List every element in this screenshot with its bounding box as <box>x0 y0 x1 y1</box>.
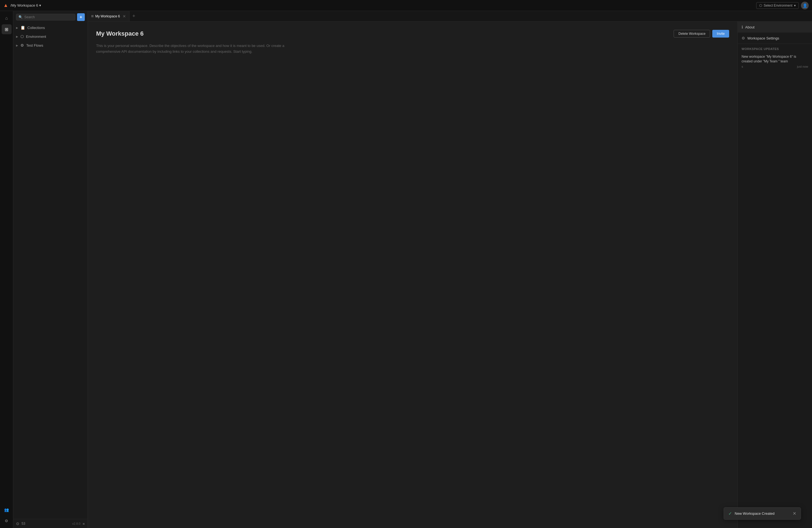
search-input-wrap[interactable]: 🔍 <box>16 14 75 20</box>
workspace-dropdown-icon: ▾ <box>39 3 41 8</box>
top-nav-right: ⬡ Select Environment ▾ 👤 <box>756 2 809 10</box>
tab-workspace[interactable]: ⊞ My Workspace 6 ✕ <box>88 11 130 21</box>
update-time: just now <box>797 65 808 68</box>
right-panel-about[interactable]: ℹ About <box>738 21 812 33</box>
icon-bar-bottom: 👥 ⚙ <box>0 505 13 528</box>
environment-icon: ⬡ <box>20 34 24 39</box>
workspace-updates-header: WORKSPACE UPDATES <box>738 44 812 52</box>
about-icon: ℹ <box>742 25 743 29</box>
icon-bar-team[interactable]: 👥 <box>2 505 12 515</box>
invite-button[interactable]: Invite <box>712 30 729 38</box>
sidebar-item-testflows[interactable]: ▶ ⚙ Test Flows <box>13 41 88 50</box>
tab-workspace-icon: ⊞ <box>91 14 93 18</box>
collections-label: Collections <box>27 26 85 30</box>
main-body: ⌂ ⊞ 👥 ⚙ 🔍 + ▶ 📋 Collections <box>0 11 812 528</box>
search-input[interactable] <box>24 15 73 19</box>
toast: ✓ New Workspace Created ✕ <box>724 507 801 520</box>
workspace-settings-icon: ⚙ <box>742 36 745 40</box>
settings-icon: ⚙ <box>5 518 8 523</box>
about-label: About <box>745 25 755 29</box>
github-count[interactable]: 53 <box>21 522 25 526</box>
workspace-title: My Workspace 6 <box>96 30 144 37</box>
sidebar-bottom: ⊙ 53 v2.8.0 « <box>13 519 88 528</box>
version-label: v2.8.0 <box>72 522 81 525</box>
testflows-chevron-icon: ▶ <box>16 44 18 47</box>
toast-text: New Workspace Created <box>735 511 790 516</box>
tab-add-button[interactable]: + <box>130 11 138 21</box>
env-icon: ⬡ <box>759 4 762 8</box>
icon-bar-home[interactable]: ⌂ <box>2 13 12 23</box>
collections-chevron-icon: ▶ <box>16 26 18 29</box>
workspace-actions: Delete Workspace Invite <box>673 30 729 38</box>
right-panel: ℹ About ⚙ Workspace Settings WORKSPACE U… <box>737 21 812 528</box>
team-icon: 👥 <box>4 508 9 512</box>
update-text: New workspace "My Workspace 6" is create… <box>742 54 808 64</box>
env-chevron-icon: ▾ <box>794 4 796 8</box>
env-selector[interactable]: ⬡ Select Environment ▾ <box>756 2 799 9</box>
tab-workspace-label: My Workspace 6 <box>95 14 120 18</box>
workspace-settings-label: Workspace Settings <box>748 36 779 40</box>
add-button[interactable]: + <box>77 13 85 21</box>
search-icon: 🔍 <box>18 15 23 19</box>
sidebar-item-environment[interactable]: ▶ ⬡ Environment <box>13 32 88 41</box>
delete-workspace-button[interactable]: Delete Workspace <box>673 30 710 38</box>
update-meta: s just now <box>742 65 808 68</box>
toast-success-icon: ✓ <box>728 511 732 516</box>
home-icon: ⌂ <box>5 16 8 21</box>
workspace-main: My Workspace 6 Delete Workspace Invite T… <box>88 21 737 528</box>
right-panel-workspace-settings[interactable]: ⚙ Workspace Settings <box>738 33 812 44</box>
collapse-sidebar-button[interactable]: « <box>83 522 85 526</box>
icon-bar-grid[interactable]: ⊞ <box>2 24 12 34</box>
update-user: s <box>742 65 743 68</box>
avatar-icon: 👤 <box>802 3 807 8</box>
avatar-button[interactable]: 👤 <box>801 2 809 10</box>
workspace-selector[interactable]: /My Workspace 6 ▾ <box>11 3 41 8</box>
collections-icon: 📋 <box>20 25 25 30</box>
workspace-description: This is your personal workspace. Describ… <box>96 43 289 55</box>
icon-bar-settings[interactable]: ⚙ <box>2 516 12 526</box>
workspace-title-row: My Workspace 6 Delete Workspace Invite <box>96 30 729 38</box>
toast-close-button[interactable]: ✕ <box>793 511 796 516</box>
top-nav-left: ▲ /My Workspace 6 ▾ <box>3 2 41 8</box>
top-nav: ▲ /My Workspace 6 ▾ ⬡ Select Environment… <box>0 0 812 11</box>
icon-bar: ⌂ ⊞ 👥 ⚙ <box>0 11 13 528</box>
testflows-icon: ⚙ <box>20 43 24 47</box>
testflows-label: Test Flows <box>26 43 85 47</box>
app-logo: ▲ <box>3 2 8 8</box>
update-item: New workspace "My Workspace 6" is create… <box>738 52 812 70</box>
grid-icon: ⊞ <box>5 27 8 32</box>
sidebar: 🔍 + ▶ 📋 Collections ▶ ⬡ Environment ▶ ⚙ … <box>13 11 88 528</box>
environment-label: Environment <box>26 34 85 39</box>
github-icon[interactable]: ⊙ <box>16 522 19 526</box>
sidebar-header: 🔍 + <box>13 11 88 23</box>
environment-chevron-icon: ▶ <box>16 35 18 38</box>
tabs-bar: ⊞ My Workspace 6 ✕ + <box>88 11 812 21</box>
content-area: ⊞ My Workspace 6 ✕ + My Workspace 6 Dele… <box>88 11 812 528</box>
workspace-content: My Workspace 6 Delete Workspace Invite T… <box>88 21 812 528</box>
sidebar-item-collections[interactable]: ▶ 📋 Collections <box>13 23 88 32</box>
right-panel-about-section: ℹ About ⚙ Workspace Settings <box>738 21 812 44</box>
tab-close-button[interactable]: ✕ <box>122 14 126 18</box>
workspace-updates-section: WORKSPACE UPDATES New workspace "My Work… <box>738 44 812 70</box>
env-label: Select Environment <box>764 4 793 8</box>
workspace-name: /My Workspace 6 <box>11 3 38 8</box>
